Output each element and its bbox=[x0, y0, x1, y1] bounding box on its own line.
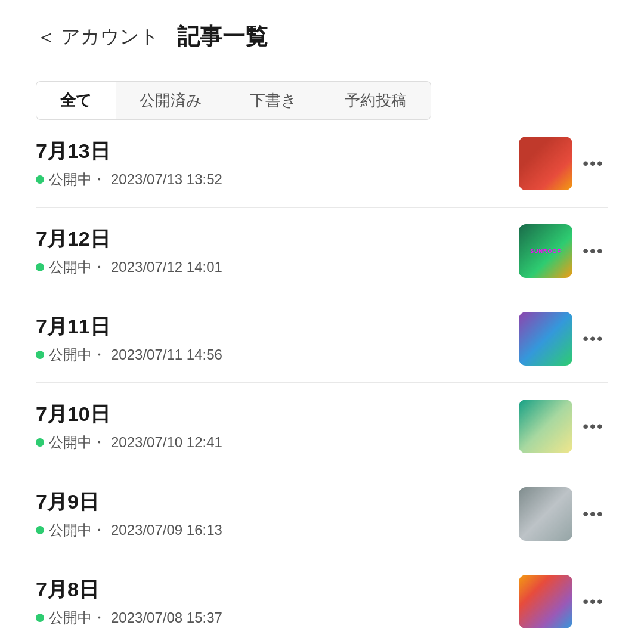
tab-scheduled[interactable]: 予約投稿 bbox=[321, 81, 431, 120]
article-item[interactable]: 7月10日 公開中・ 2023/07/10 12:41 ••• bbox=[36, 383, 608, 470]
status-dot bbox=[36, 438, 44, 447]
article-title: 7月8日 bbox=[36, 576, 507, 603]
header: ＜ アカウント 記事一覧 bbox=[0, 0, 644, 64]
article-content: 7月8日 公開中・ 2023/07/08 15:37 bbox=[36, 576, 507, 627]
article-datetime: 2023/07/09 16:13 bbox=[111, 522, 222, 538]
status-dot bbox=[36, 526, 44, 534]
tabs-row: 全て 公開済み 下書き 予約投稿 bbox=[0, 64, 644, 120]
back-label: アカウント bbox=[61, 24, 159, 50]
article-datetime: 2023/07/10 12:41 bbox=[111, 434, 222, 451]
article-datetime: 2023/07/12 14:01 bbox=[111, 259, 222, 275]
status-label: 公開中・ bbox=[49, 608, 106, 627]
back-arrow-icon: ＜ bbox=[36, 23, 56, 51]
article-title: 7月12日 bbox=[36, 225, 507, 253]
article-content: 7月10日 公開中・ 2023/07/10 12:41 bbox=[36, 401, 507, 452]
article-thumbnail bbox=[519, 400, 572, 453]
article-item[interactable]: 7月9日 公開中・ 2023/07/09 16:13 ••• bbox=[36, 470, 608, 558]
tab-published[interactable]: 公開済み bbox=[116, 81, 226, 120]
status-label: 公開中・ bbox=[49, 433, 106, 452]
article-item[interactable]: 7月13日 公開中・ 2023/07/13 13:52 ••• bbox=[36, 120, 608, 208]
article-title: 7月11日 bbox=[36, 313, 507, 340]
article-content: 7月11日 公開中・ 2023/07/11 14:56 bbox=[36, 313, 507, 364]
article-content: 7月9日 公開中・ 2023/07/09 16:13 bbox=[36, 488, 507, 540]
articles-list: 7月13日 公開中・ 2023/07/13 13:52 ••• 7月12日 公開… bbox=[0, 120, 644, 644]
article-title: 7月13日 bbox=[36, 138, 507, 165]
article-content: 7月13日 公開中・ 2023/07/13 13:52 bbox=[36, 138, 507, 189]
article-thumbnail bbox=[519, 312, 572, 366]
tab-draft[interactable]: 下書き bbox=[226, 81, 321, 120]
page-title: 記事一覧 bbox=[177, 21, 268, 52]
status-label: 公開中・ bbox=[49, 258, 106, 277]
more-button[interactable]: ••• bbox=[578, 504, 608, 524]
back-button[interactable]: ＜ アカウント bbox=[36, 23, 159, 51]
more-button[interactable]: ••• bbox=[578, 329, 608, 348]
status-dot bbox=[36, 175, 44, 184]
screen: ＜ アカウント 記事一覧 全て 公開済み 下書き 予約投稿 7月13日 公開中・… bbox=[0, 0, 644, 644]
more-button[interactable]: ••• bbox=[578, 417, 608, 436]
article-status: 公開中・ 2023/07/10 12:41 bbox=[36, 433, 507, 452]
status-label: 公開中・ bbox=[49, 170, 106, 189]
status-dot bbox=[36, 351, 44, 359]
more-button[interactable]: ••• bbox=[578, 154, 608, 173]
article-status: 公開中・ 2023/07/11 14:56 bbox=[36, 345, 507, 364]
more-button[interactable]: ••• bbox=[578, 242, 608, 261]
article-thumbnail: SUNROOF bbox=[519, 224, 572, 278]
article-datetime: 2023/07/08 15:37 bbox=[111, 609, 222, 626]
more-button[interactable]: ••• bbox=[578, 592, 608, 611]
article-thumbnail bbox=[519, 575, 572, 628]
article-status: 公開中・ 2023/07/08 15:37 bbox=[36, 608, 507, 627]
article-item[interactable]: 7月8日 公開中・ 2023/07/08 15:37 ••• bbox=[36, 558, 608, 644]
article-title: 7月10日 bbox=[36, 401, 507, 428]
thumb-text: SUNROOF bbox=[530, 248, 561, 254]
status-dot bbox=[36, 614, 44, 622]
article-item[interactable]: 7月12日 公開中・ 2023/07/12 14:01 SUNROOF ••• bbox=[36, 208, 608, 295]
article-status: 公開中・ 2023/07/09 16:13 bbox=[36, 521, 507, 540]
article-status: 公開中・ 2023/07/12 14:01 bbox=[36, 258, 507, 277]
article-thumbnail bbox=[519, 137, 572, 190]
article-thumbnail bbox=[519, 487, 572, 541]
article-item[interactable]: 7月11日 公開中・ 2023/07/11 14:56 ••• bbox=[36, 295, 608, 383]
status-label: 公開中・ bbox=[49, 345, 106, 364]
article-datetime: 2023/07/13 13:52 bbox=[111, 171, 222, 188]
article-status: 公開中・ 2023/07/13 13:52 bbox=[36, 170, 507, 189]
tab-all[interactable]: 全て bbox=[36, 81, 116, 120]
status-dot bbox=[36, 263, 44, 271]
status-label: 公開中・ bbox=[49, 521, 106, 540]
article-content: 7月12日 公開中・ 2023/07/12 14:01 bbox=[36, 225, 507, 277]
article-datetime: 2023/07/11 14:56 bbox=[111, 346, 222, 363]
article-title: 7月9日 bbox=[36, 488, 507, 516]
